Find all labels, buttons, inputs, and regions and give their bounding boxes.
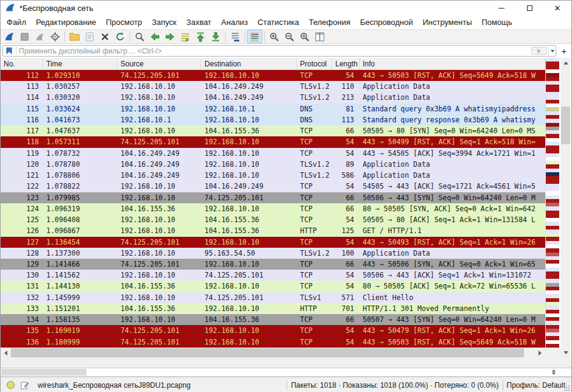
vertical-scroll-thumb[interactable] — [561, 107, 570, 144]
column-header-no[interactable]: No. — [1, 58, 43, 69]
packet-counts: Пакеты: 1018 · Показаны: 1018 (100.0%) ·… — [291, 381, 498, 390]
packet-row[interactable]: 113 1.030257 192.168.10.10 104.16.249.24… — [1, 81, 545, 92]
scroll-left-button[interactable] — [1, 348, 11, 358]
scroll-up-button[interactable] — [560, 58, 571, 68]
capture-filename[interactable]: wireshark_Беспроводная сетьJ89DU1.pcapng — [38, 381, 190, 390]
packet-row[interactable]: 128 1.137300 192.168.10.10 95.163.54.50 … — [1, 248, 545, 259]
packet-row[interactable]: 133 1.151201 104.16.155.36 192.168.10.10… — [1, 303, 545, 314]
packet-row[interactable]: 122 1.078822 192.168.10.10 104.16.249.24… — [1, 181, 545, 192]
go-to-packet-button[interactable] — [178, 30, 193, 43]
minimize-button[interactable] — [487, 1, 515, 15]
vertical-scrollbar[interactable] — [560, 58, 571, 358]
reload-file-button[interactable] — [113, 30, 128, 43]
menu-item-7[interactable]: Телефония — [304, 16, 355, 28]
packet-row[interactable]: 112 1.029310 74.125.205.101 192.168.10.1… — [1, 70, 545, 81]
status-separator — [287, 380, 287, 390]
column-header-source[interactable]: Source — [117, 58, 201, 69]
pane-splitter-handle[interactable] — [1, 369, 86, 376]
zoom-normal-button[interactable] — [297, 30, 312, 43]
go-last-packet-button[interactable] — [208, 30, 223, 43]
filter-bookmark-icon[interactable] — [4, 46, 14, 55]
close-file-button[interactable] — [97, 30, 113, 43]
packet-row[interactable]: 117 1.047637 192.168.10.10 104.16.155.36… — [1, 125, 545, 136]
packet-row[interactable]: 125 1.096408 192.168.10.10 104.16.155.36… — [1, 214, 545, 225]
menu-item-2[interactable]: Просмотр — [101, 16, 147, 28]
save-file-button[interactable] — [82, 30, 97, 43]
packet-row[interactable]: 132 1.145999 192.168.10.10 74.125.205.10… — [1, 292, 545, 303]
status-bar: wireshark_Беспроводная сетьJ89DU1.pcapng… — [1, 377, 571, 392]
go-back-button[interactable] — [147, 30, 162, 43]
menu-item-10[interactable]: Помощь — [477, 16, 517, 28]
column-header-length[interactable]: Length — [332, 58, 360, 69]
packet-row[interactable]: 124 1.096319 104.16.155.36 192.168.10.10… — [1, 203, 545, 214]
capture-comment-icon[interactable] — [21, 381, 29, 390]
go-first-packet-button[interactable] — [193, 30, 208, 43]
go-forward-button[interactable] — [162, 30, 178, 43]
toolbar-separator — [130, 32, 130, 42]
wireshark-window: *Беспроводная сеть ✕ ФайлРедактированиеП… — [0, 0, 572, 392]
packet-row[interactable]: 123 1.079985 192.168.10.10 74.125.205.10… — [1, 192, 545, 203]
auto-scroll-button[interactable] — [228, 30, 243, 43]
zoom-in-button[interactable] — [267, 30, 282, 43]
toolbar-separator — [65, 32, 65, 42]
menu-item-1[interactable]: Редактирование — [31, 16, 101, 28]
menu-item-5[interactable]: Анализ — [216, 16, 253, 28]
packet-row[interactable]: 115 1.033624 192.168.10.10 192.168.10.1 … — [1, 103, 545, 114]
column-header-protocol[interactable]: Protocol — [297, 58, 332, 69]
zoom-out-button[interactable] — [282, 30, 297, 43]
horizontal-scrollbar[interactable] — [1, 348, 560, 358]
packet-row[interactable]: 127 1.136454 74.125.205.101 192.168.10.1… — [1, 237, 545, 248]
go-last-packet-icon — [210, 31, 221, 43]
packet-minimap-scrollbar[interactable] — [545, 58, 559, 348]
profile-label[interactable]: Профиль: Default — [507, 381, 566, 390]
menu-item-0[interactable]: Файл — [2, 16, 31, 28]
apply-filter-button[interactable] — [531, 47, 547, 55]
menu-item-6[interactable]: Статистика — [253, 16, 304, 28]
display-filter-box — [2, 45, 556, 57]
filter-history-dropdown[interactable] — [548, 46, 556, 55]
packet-row[interactable]: 121 1.078806 104.16.249.249 192.168.10.1… — [1, 170, 545, 181]
colorize-packets-button[interactable] — [247, 30, 262, 43]
open-file-button[interactable] — [67, 30, 82, 43]
menu-item-4[interactable]: Захват — [181, 16, 216, 28]
packet-row[interactable]: 134 1.158135 192.168.10.10 104.16.155.36… — [1, 314, 545, 325]
menu-item-3[interactable]: Запуск — [147, 16, 181, 28]
status-separator — [503, 380, 503, 390]
horizontal-scroll-thumb[interactable] — [11, 348, 524, 357]
packet-row[interactable]: 114 1.030320 192.168.10.10 104.16.249.24… — [1, 92, 545, 103]
resize-columns-button[interactable] — [312, 30, 327, 43]
menu-item-8[interactable]: Беспроводной — [355, 16, 418, 28]
column-header-time[interactable]: Time — [43, 58, 117, 69]
packet-row[interactable]: 120 1.078780 104.16.249.249 192.168.10.1… — [1, 159, 545, 170]
display-filter-input[interactable] — [19, 46, 531, 56]
packet-row[interactable]: 119 1.078732 104.16.249.249 192.168.10.1… — [1, 148, 545, 159]
start-capture-button[interactable] — [2, 30, 17, 43]
pane-spinner[interactable] — [549, 368, 558, 376]
packet-row[interactable]: 135 1.169019 74.125.205.101 192.168.10.1… — [1, 325, 545, 336]
restart-capture-button[interactable] — [32, 30, 47, 43]
toolbar-separator — [245, 32, 245, 42]
collapsed-pane-strip — [1, 368, 571, 377]
capture-options-button[interactable] — [47, 30, 63, 43]
packet-row[interactable]: 136 1.180999 74.125.205.101 192.168.10.1… — [1, 337, 545, 348]
expert-info-icon[interactable] — [7, 381, 15, 389]
column-header-info[interactable]: Info — [360, 58, 545, 69]
arrow-right-icon — [539, 351, 542, 355]
column-header-destination[interactable]: Destination — [201, 58, 297, 69]
resize-grip[interactable] — [564, 385, 570, 391]
packet-row[interactable]: 126 1.096867 192.168.10.10 104.16.155.36… — [1, 225, 545, 236]
packet-row[interactable]: 118 1.057311 74.125.205.101 192.168.10.1… — [1, 136, 545, 147]
scroll-down-button[interactable] — [560, 348, 571, 358]
menu-item-9[interactable]: Инструменты — [417, 16, 476, 28]
scroll-right-button[interactable] — [535, 348, 545, 358]
add-filter-button[interactable]: + — [559, 46, 570, 57]
spinner-down-icon — [552, 373, 556, 375]
packet-row[interactable]: 129 1.141466 74.125.205.101 192.168.10.1… — [1, 259, 545, 270]
stop-capture-button[interactable] — [17, 30, 32, 43]
close-button[interactable]: ✕ — [543, 1, 571, 15]
packet-row[interactable]: 116 1.041673 192.168.10.1 192.168.10.10 … — [1, 114, 545, 125]
maximize-button[interactable] — [515, 1, 543, 15]
packet-row[interactable]: 130 1.141562 192.168.10.10 74.125.205.10… — [1, 270, 545, 281]
find-packet-button[interactable] — [132, 30, 147, 43]
packet-row[interactable]: 131 1.144130 104.16.155.36 192.168.10.10… — [1, 281, 545, 292]
